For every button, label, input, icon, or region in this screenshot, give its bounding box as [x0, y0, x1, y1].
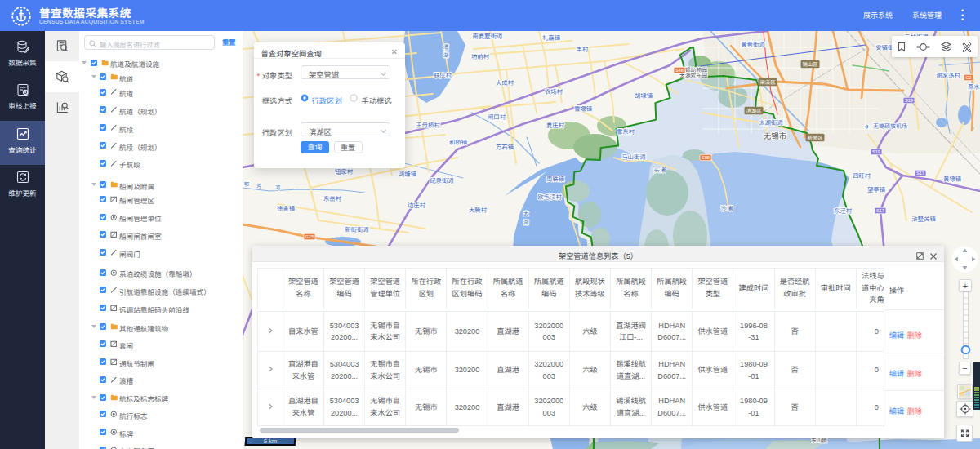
svg-text:黄巷街道: 黄巷街道	[741, 41, 765, 48]
svg-text:钮家村: 钮家村	[335, 168, 354, 176]
svg-text:无锡市: 无锡市	[764, 131, 787, 140]
svg-text:纪泉街道: 纪泉街道	[430, 177, 454, 184]
svg-text:新街街道: 新街街道	[345, 226, 369, 233]
svg-text:联庆村: 联庆村	[434, 72, 452, 79]
svg-text:S17: S17	[916, 171, 924, 176]
svg-text:马山街道: 马山街道	[621, 153, 646, 161]
svg-text:浒墅关镇: 浒墅关镇	[911, 216, 936, 223]
svg-text:雪东村: 雪东村	[617, 128, 635, 136]
svg-text:丰村: 丰村	[577, 46, 589, 53]
svg-text:大成村: 大成村	[496, 79, 514, 87]
svg-text:雪堰镇: 雪堰镇	[574, 105, 593, 113]
svg-text:滨湖区: 滨湖区	[746, 108, 762, 113]
svg-text:太湖街道: 太湖街道	[759, 119, 783, 127]
svg-text:黄埭镇: 黄埭镇	[943, 176, 962, 183]
svg-text:S17: S17	[876, 208, 884, 213]
svg-text:沙渚: 沙渚	[721, 205, 733, 212]
svg-text:南夏墅街道: 南夏墅街道	[473, 33, 504, 40]
svg-text:梁溪区: 梁溪区	[760, 79, 776, 85]
svg-text:和桥镇: 和桥镇	[449, 139, 468, 146]
svg-text:新吴区: 新吴区	[807, 135, 823, 140]
svg-text:欧毛渎村: 欧毛渎村	[537, 193, 562, 201]
svg-text:边庄村: 边庄村	[408, 202, 426, 209]
svg-text:谢家荡村: 谢家荡村	[936, 72, 960, 79]
svg-text:胡埭镇: 胡埭镇	[635, 92, 653, 100]
svg-text:坊前村: 坊前村	[471, 53, 490, 60]
svg-text:四旺村: 四旺村	[853, 172, 871, 180]
svg-text:S88: S88	[702, 155, 710, 160]
svg-text:太: 太	[523, 211, 529, 216]
svg-text:东泾村: 东泾村	[834, 207, 853, 215]
svg-text:农场村: 农场村	[545, 88, 564, 96]
svg-text:东岳村: 东岳村	[323, 195, 342, 202]
svg-text:王母桥村: 王母桥村	[416, 122, 440, 129]
svg-text:周铁镇: 周铁镇	[546, 176, 565, 183]
svg-text:S48: S48	[675, 68, 684, 73]
svg-text:鸿塘镇: 鸿塘镇	[399, 171, 417, 178]
svg-text:郁: 郁	[244, 181, 250, 187]
svg-text:无锡硕放机场: 无锡硕放机场	[873, 123, 907, 129]
svg-text:望亭镇: 望亭镇	[867, 186, 886, 193]
svg-text:锡山区: 锡山区	[802, 61, 818, 67]
svg-text:✈: ✈	[865, 123, 871, 131]
svg-text:礼嘉镇: 礼嘉镇	[542, 34, 561, 42]
svg-text:湖: 湖	[523, 220, 529, 225]
svg-text:漕: 漕	[443, 44, 449, 50]
svg-text:夏庄村: 夏庄村	[546, 122, 565, 129]
svg-text:芳: 芳	[256, 183, 262, 189]
svg-text:G2: G2	[965, 75, 971, 80]
svg-text:万石镇: 万石镇	[496, 144, 514, 151]
svg-text:河: 河	[275, 184, 281, 190]
svg-text:徐舍镇: 徐舍镇	[277, 205, 296, 212]
svg-text:头渚: 头渚	[654, 167, 666, 174]
svg-text:闸口村: 闸口村	[488, 113, 506, 121]
svg-text:S19: S19	[905, 98, 913, 103]
svg-text:大腾村: 大腾村	[469, 207, 488, 214]
svg-text:东山镇: 东山镇	[811, 438, 827, 443]
svg-text:G25: G25	[305, 234, 314, 239]
svg-text:湖: 湖	[443, 52, 449, 58]
svg-text:S19: S19	[872, 149, 880, 154]
svg-text:燕水庄: 燕水庄	[968, 83, 980, 91]
